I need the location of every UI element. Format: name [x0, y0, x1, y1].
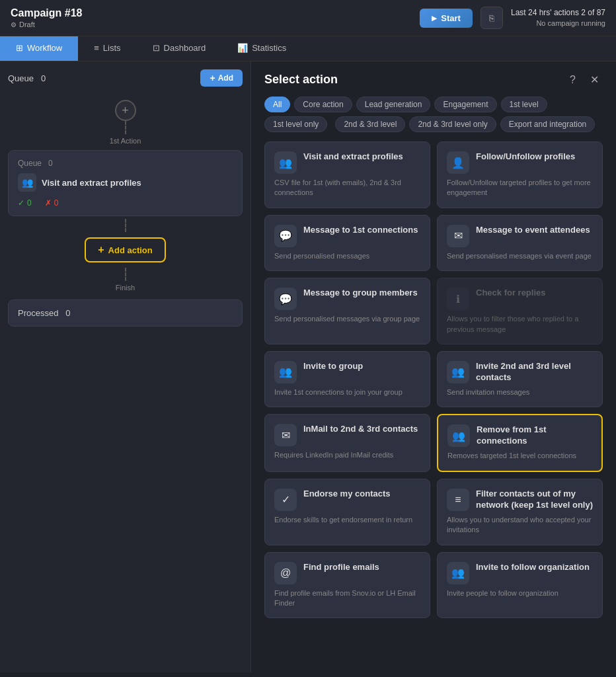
filter-engagement[interactable]: Engagement	[434, 97, 496, 112]
action-grid: 👥 Visit and extract profiles CSV file fo…	[264, 141, 603, 618]
action-message-1st[interactable]: 💬 Message to 1st connections Send person…	[264, 215, 430, 271]
check-icon: ✓	[18, 198, 24, 208]
invite-group-icon: 👥	[274, 361, 297, 383]
action-check-replies[interactable]: ℹ Check for replies Allows you to filter…	[437, 278, 603, 344]
find-emails-desc: Find profile emails from Snov.io or LH E…	[274, 588, 420, 609]
find-emails-name: Find profile emails	[303, 562, 379, 573]
nav-tabs: ⊞ Workflow ≡ Lists ⊡ Dashboard 📊 Statist…	[0, 36, 616, 61]
action-stats: ✓ 0 ✗ 0	[18, 198, 233, 208]
remove-1st-desc: Removes targeted 1st level connections	[447, 451, 592, 461]
main-layout: Queue 0 Add + 1st Action Queue 0 👥 Visit…	[0, 61, 616, 672]
action-endorse[interactable]: ✓ Endorse my contacts Endorse skills to …	[264, 479, 430, 545]
filter-1st-only[interactable]: 1st level only	[264, 116, 327, 132]
queue-label: Queue 0	[8, 73, 46, 83]
follow-unfollow-desc: Follow/Unfollow targeted profiles to get…	[447, 178, 593, 198]
filter-export[interactable]: Export and integration	[500, 116, 595, 132]
workflow-icon: ⊞	[16, 43, 23, 53]
help-icon-btn[interactable]: ?	[566, 73, 580, 87]
dashed-line-3	[125, 268, 126, 281]
check-replies-icon: ℹ	[447, 288, 469, 310]
add-action-button[interactable]: Add action	[85, 237, 166, 262]
action-queue-label: Queue	[18, 159, 42, 168]
stats-text: Last 24 hrs' actions 2 of 87	[511, 7, 605, 19]
invite-2nd-3rd-desc: Send invitation messages	[447, 387, 593, 397]
message-1st-desc: Send personalised messages	[274, 251, 420, 261]
filter-tags: All Core action Lead generation Engageme…	[264, 97, 603, 132]
filter-all[interactable]: All	[264, 97, 290, 112]
stat-fail-count: 0	[54, 198, 59, 208]
action-inmail[interactable]: ✉ InMail to 2nd & 3rd contacts Requires …	[264, 414, 430, 471]
processed-count: 0	[65, 308, 70, 318]
visit-extract-desc: CSV file for 1st (with emails), 2nd & 3r…	[274, 178, 420, 198]
inmail-desc: Requires LinkedIn paid InMail credits	[274, 450, 420, 460]
action-item-header: 👥 Invite 2nd and 3rd level contacts	[447, 361, 593, 383]
filter-1st-level[interactable]: 1st level	[501, 97, 547, 112]
add-button[interactable]: Add	[200, 69, 243, 87]
start-button[interactable]: Start	[420, 9, 473, 28]
panel-title: Select action	[264, 73, 338, 87]
campaign-status: Draft	[19, 20, 35, 28]
filter-2nd-3rd[interactable]: 2nd & 3rd level	[335, 116, 405, 132]
message-group-desc: Send personalised messages via group pag…	[274, 314, 420, 324]
action-remove-1st[interactable]: 👥 Remove from 1st connections Removes ta…	[437, 414, 603, 471]
filter-lead[interactable]: Lead generation	[356, 97, 431, 112]
action-visit-extract[interactable]: 👥 Visit and extract profiles CSV file fo…	[264, 141, 430, 208]
action-card-name-text: Visit and extract profiles	[42, 178, 141, 188]
action-item-header: ✉ Message to event attendees	[447, 225, 593, 247]
queue-text: Queue	[8, 73, 34, 83]
message-group-icon: 💬	[274, 288, 297, 310]
plus-circle-btn[interactable]: +	[115, 100, 136, 121]
processed-label: Processed	[18, 308, 58, 318]
action-item-header: ℹ Check for replies	[447, 288, 593, 310]
dashed-line-1	[125, 121, 126, 134]
invite-follow-org-icon: 👥	[447, 562, 469, 584]
action-card: Queue 0 👥 Visit and extract profiles ✓ 0…	[8, 150, 243, 216]
invite-group-name: Invite to group	[303, 361, 363, 372]
close-icon-btn[interactable]: ✕	[586, 72, 603, 87]
action-invite-group[interactable]: 👥 Invite to group Invite 1st connections…	[264, 351, 430, 407]
stat-fail: ✗ 0	[45, 198, 59, 208]
draft-icon: ⚙	[11, 21, 17, 28]
inmail-name: InMail to 2nd & 3rd contacts	[303, 424, 418, 435]
invite-2nd-3rd-name: Invite 2nd and 3rd level contacts	[476, 361, 593, 383]
action-follow-unfollow[interactable]: 👤 Follow/Unfollow profiles Follow/Unfoll…	[437, 141, 603, 208]
action-message-event[interactable]: ✉ Message to event attendees Send person…	[437, 215, 603, 271]
action-item-header: @ Find profile emails	[274, 562, 420, 584]
check-replies-desc: Allows you to filter those who replied t…	[447, 314, 593, 335]
endorse-icon: ✓	[274, 489, 297, 511]
action-message-group[interactable]: 💬 Message to group members Send personal…	[264, 278, 430, 344]
panel-header: Select action ? ✕	[264, 72, 603, 87]
invite-follow-org-desc: Invite people to follow organization	[447, 588, 593, 598]
tab-workflow-label: Workflow	[27, 43, 62, 53]
action-item-header: 👥 Invite to group	[274, 361, 420, 383]
tab-dashboard[interactable]: ⊡ Dashboard	[137, 36, 222, 61]
filter-2nd-3rd-only[interactable]: 2nd & 3rd level only	[409, 116, 496, 132]
invite-2nd-3rd-icon: 👥	[447, 361, 469, 383]
invite-group-desc: Invite 1st connections to join your grou…	[274, 387, 420, 397]
follow-unfollow-name: Follow/Unfollow profiles	[476, 151, 575, 163]
visit-extract-name: Visit and extract profiles	[303, 151, 403, 163]
action-filter-contacts[interactable]: ≡ Filter contacts out of my network (kee…	[437, 479, 603, 545]
right-panel: Select action ? ✕ All Core action Lead g…	[251, 61, 616, 672]
action-item-header: 👥 Invite to follow organization	[447, 562, 593, 584]
tab-lists[interactable]: ≡ Lists	[78, 36, 136, 61]
action-item-header: ✉ InMail to 2nd & 3rd contacts	[274, 424, 420, 446]
filter-core[interactable]: Core action	[294, 97, 352, 112]
tab-workflow[interactable]: ⊞ Workflow	[0, 36, 78, 61]
action-find-emails[interactable]: @ Find profile emails Find profile email…	[264, 552, 430, 619]
workflow-area: + 1st Action Queue 0 👥 Visit and extract…	[8, 95, 243, 332]
queue-header: Queue 0 Add	[8, 69, 243, 87]
filter-contacts-name: Filter contacts out of my network (keep …	[476, 489, 593, 511]
endorse-desc: Endorse skills to get endorsement in ret…	[274, 515, 420, 525]
action-invite-follow-org[interactable]: 👥 Invite to follow organization Invite p…	[437, 552, 603, 619]
finish-label: Finish	[116, 284, 135, 292]
campaign-title: Campaign #18	[11, 7, 82, 19]
visit-extract-icon: 👥	[274, 151, 297, 174]
left-panel: Queue 0 Add + 1st Action Queue 0 👥 Visit…	[0, 61, 251, 672]
action-item-header: 👥 Remove from 1st connections	[447, 424, 592, 447]
copy-icon-btn[interactable]: ⎘	[481, 7, 503, 29]
tab-statistics[interactable]: 📊 Statistics	[221, 36, 302, 61]
follow-unfollow-icon: 👤	[447, 151, 469, 174]
check-replies-name: Check for replies	[476, 288, 546, 299]
action-invite-2nd-3rd[interactable]: 👥 Invite 2nd and 3rd level contacts Send…	[437, 351, 603, 407]
